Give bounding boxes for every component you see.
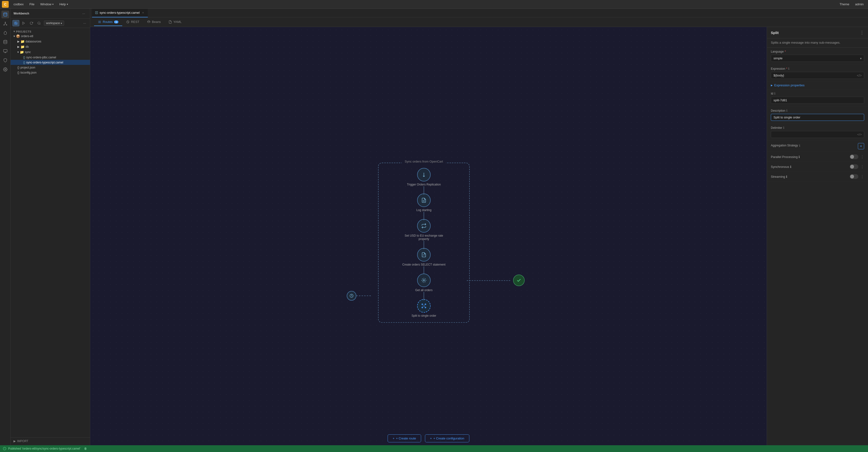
svg-line-9 <box>40 24 40 25</box>
expression-props-row[interactable]: ▶ Expression properties <box>767 82 868 89</box>
tree-item-jdbc-camel[interactable]: {} sync-orders-jdbc.camel <box>10 55 90 60</box>
right-panel-more-button[interactable]: ⋮ <box>860 30 864 35</box>
timer-node[interactable] <box>347 291 356 301</box>
create-route-button[interactable]: + + Create route <box>388 434 421 442</box>
sidebar-shield-icon[interactable] <box>1 56 9 64</box>
streaming-label-text: Streaming <box>771 175 785 179</box>
svg-point-3 <box>6 25 7 25</box>
expression-info-icon[interactable]: ℹ <box>788 67 789 70</box>
streaming-more-button[interactable]: ⋮ <box>860 174 864 179</box>
id-info-icon[interactable]: ℹ <box>774 92 775 95</box>
svg-rect-5 <box>3 50 7 52</box>
description-label-text: Description <box>771 109 785 112</box>
tree-item-label: sync-orders-jdbc.camel <box>26 56 56 59</box>
save-button[interactable] <box>12 20 19 26</box>
tree-item-datasources[interactable]: ▶ 📁 datasources <box>10 39 90 44</box>
status-trash-icon[interactable]: 🗑 <box>84 447 87 450</box>
synchronous-more-button[interactable]: ⋮ <box>860 164 864 169</box>
select-node[interactable] <box>417 248 431 262</box>
flow-container: Sync orders from OpenCart Trigger Orders… <box>378 162 470 323</box>
search-button[interactable] <box>36 20 42 26</box>
synchronous-info-icon[interactable]: ℹ <box>790 165 791 169</box>
camel-file-icon: {} <box>23 61 25 64</box>
language-select[interactable]: simple groovy javascript <box>771 55 864 62</box>
projects-chevron-icon: ▾ <box>13 30 15 33</box>
create-configuration-button[interactable]: + + Create configuration <box>425 434 469 442</box>
tree-item-tsconfig-json[interactable]: {} tsconfig.json <box>10 70 90 75</box>
green-circle[interactable] <box>513 274 525 286</box>
sidebar-monitor-icon[interactable] <box>1 47 9 55</box>
split-node[interactable] <box>417 299 431 312</box>
refresh-button[interactable] <box>28 20 35 26</box>
file-panel: Workbench ··· workspace ▾ ··· <box>10 9 90 452</box>
sidebar-explorer-icon[interactable] <box>1 10 9 18</box>
tree-item-typescript-camel[interactable]: {} sync-orders-typescript.camel <box>10 60 90 65</box>
admin-menu[interactable]: admin <box>853 1 866 7</box>
delimiter-input[interactable] <box>771 131 864 138</box>
parallel-more-button[interactable]: ⋮ <box>860 155 864 159</box>
menu-window[interactable]: Window ▾ <box>38 1 56 7</box>
tab-beans[interactable]: Beans <box>143 18 165 26</box>
projects-section[interactable]: ▾ PROJECTS <box>10 29 90 33</box>
sidebar-debug-icon[interactable] <box>1 29 9 37</box>
menu-help[interactable]: Help ▾ <box>57 1 70 7</box>
status-info-icon <box>3 447 6 450</box>
tree-item-sync[interactable]: ▾ 📁 sync <box>10 50 90 55</box>
workspace-chevron-icon: ▾ <box>61 22 62 25</box>
editor-tab[interactable]: sync-orders-typescript.camel × <box>92 9 148 18</box>
streaming-row: Streaming ℹ ⋮ <box>767 172 868 182</box>
sidebar-settings-icon[interactable] <box>1 66 9 73</box>
streaming-toggle[interactable] <box>850 174 858 179</box>
workbench-title: Workbench <box>13 12 29 15</box>
id-label-text: Id <box>771 92 773 95</box>
tab-yaml[interactable]: YAML <box>165 18 185 26</box>
camel-file-icon: {} <box>23 56 25 59</box>
menu-file[interactable]: File <box>27 1 37 7</box>
file-tree: ▾ PROJECTS ▾ 📦 orders-etl ▶ 📁 datasource… <box>10 28 90 437</box>
more-button[interactable]: ··· <box>80 10 87 17</box>
tab-rest[interactable]: REST <box>122 18 143 26</box>
delimiter-code-icon[interactable]: </> <box>857 133 862 136</box>
description-info-icon[interactable]: ℹ <box>786 109 787 112</box>
expression-input[interactable]: ${body} <box>771 72 864 79</box>
svg-point-4 <box>4 40 7 41</box>
timer-container <box>347 291 371 301</box>
aggregation-info-icon[interactable]: ℹ <box>799 144 800 147</box>
tab-routes[interactable]: Routes 1 <box>94 18 122 26</box>
aggregation-add-button[interactable]: + <box>858 143 864 149</box>
toolbar-more-button[interactable]: ··· <box>81 20 88 26</box>
play-button[interactable] <box>20 20 27 26</box>
delimiter-info-icon[interactable]: ℹ <box>783 126 784 129</box>
svg-point-1 <box>5 22 5 23</box>
flow-node-trigger: Trigger Orders Replication <box>407 168 441 186</box>
id-input[interactable]: split-7d81 <box>771 97 864 104</box>
log-node[interactable] <box>417 193 431 207</box>
theme-menu[interactable]: Theme <box>837 1 851 7</box>
plus-icon-2: + <box>430 436 432 440</box>
streaming-info-icon[interactable]: ℹ <box>786 175 787 179</box>
language-select-wrapper: simple groovy javascript ▾ <box>771 55 864 62</box>
routes-badge: 1 <box>114 21 118 23</box>
sidebar-database-icon[interactable] <box>1 38 9 46</box>
tree-item-orders-etl[interactable]: ▾ 📦 orders-etl <box>10 33 90 39</box>
exchange-node[interactable] <box>417 219 431 233</box>
trigger-node[interactable] <box>417 168 431 181</box>
tab-close-button[interactable]: × <box>141 11 145 15</box>
sidebar-git-icon[interactable] <box>1 20 9 28</box>
parallel-toggle[interactable] <box>850 154 858 159</box>
tab-filename: sync-orders-typescript.camel <box>100 11 140 14</box>
import-section[interactable]: ▶ IMPORT <box>10 438 90 445</box>
parallel-info-icon[interactable]: ℹ <box>799 155 800 159</box>
green-endpoint[interactable] <box>513 274 525 286</box>
code-icon[interactable]: </> <box>857 73 862 78</box>
tree-item-project-json[interactable]: {} project.json <box>10 65 90 70</box>
tree-item-db[interactable]: ▶ 📁 db <box>10 44 90 50</box>
projects-label: PROJECTS <box>16 30 32 33</box>
tree-expand-icon: ▾ <box>13 34 15 38</box>
synchronous-toggle[interactable] <box>850 164 858 169</box>
flow-node-select: Create orders SELECT statement <box>402 248 445 266</box>
getorders-node[interactable] <box>417 273 431 287</box>
description-input[interactable]: Split to single order <box>771 114 864 121</box>
canvas[interactable]: Sync orders from OpenCart Trigger Orders… <box>90 27 767 452</box>
workspace-select[interactable]: workspace ▾ <box>44 21 64 26</box>
